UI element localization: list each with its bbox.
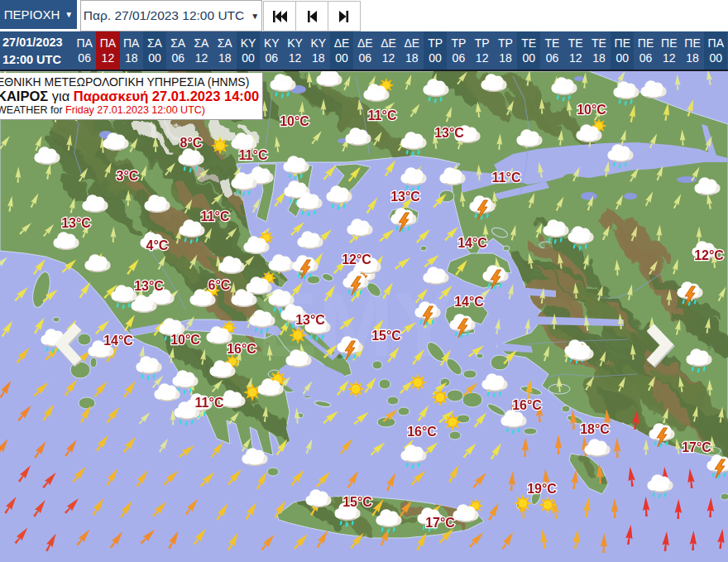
svg-text:16°C: 16°C [512,398,542,412]
svg-text:10°C: 10°C [170,333,200,347]
svg-text:3°C: 3°C [117,169,139,183]
svg-text:13°C: 13°C [134,279,164,293]
svg-text:11°C: 11°C [195,396,224,410]
svg-text:12°C: 12°C [694,248,724,262]
svg-text:4°C: 4°C [146,238,169,252]
svg-text:13°C: 13°C [434,126,464,140]
svg-text:10°C: 10°C [577,103,606,117]
svg-text:15°C: 15°C [371,329,401,343]
svg-text:8°C: 8°C [180,136,203,150]
svg-text:16°C: 16°C [407,425,437,439]
svg-text:11°C: 11°C [368,108,397,122]
svg-text:18°C: 18°C [580,422,610,436]
svg-text:19°C: 19°C [527,482,557,496]
svg-text:17°C: 17°C [425,516,455,530]
svg-text:6°C: 6°C [208,278,231,292]
svg-text:13°C: 13°C [390,190,420,204]
svg-text:10°C: 10°C [280,114,309,128]
svg-text:12°C: 12°C [342,252,371,267]
svg-text:14°C: 14°C [103,334,133,348]
svg-text:15°C: 15°C [342,495,372,509]
svg-text:11°C: 11°C [201,209,230,223]
svg-text:11°C: 11°C [239,148,268,162]
svg-text:17°C: 17°C [682,440,711,454]
svg-text:16°C: 16°C [227,342,256,356]
svg-text:13°C: 13°C [295,313,325,327]
svg-text:14°C: 14°C [457,236,487,250]
svg-text:11°C: 11°C [492,171,521,185]
svg-text:14°C: 14°C [454,295,484,309]
svg-text:13°C: 13°C [61,216,91,230]
